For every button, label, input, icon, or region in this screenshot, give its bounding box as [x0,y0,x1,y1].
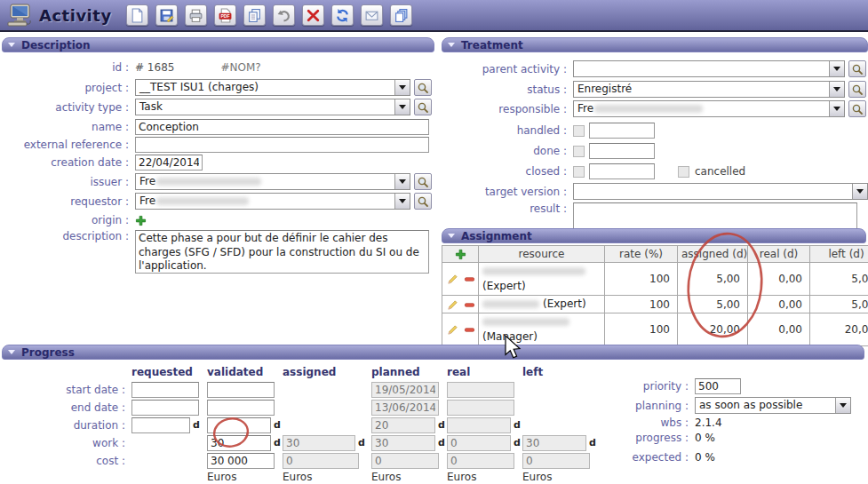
responsible-lookup-button[interactable] [848,100,866,117]
end-date-requested-input[interactable] [131,400,199,416]
responsible-select[interactable]: Fre [573,100,845,117]
edit-pencil-icon[interactable] [447,324,458,336]
work-assigned-field [283,435,355,451]
assignment-panel: Assignment resource rate (%) assigned (d… [442,228,868,346]
column-header-assigned: assigned [283,366,371,378]
status-select[interactable]: Enregistré [573,81,845,98]
chevron-down-icon[interactable] [394,80,410,95]
save-button[interactable] [155,4,178,26]
issuer-select[interactable]: Fre [135,173,410,190]
mail-button[interactable] [361,4,383,26]
assignment-panel-header[interactable]: Assignment [442,228,866,243]
duration-requested-input[interactable] [131,417,190,433]
work-validated-input[interactable] [207,435,271,451]
pdf-export-button[interactable]: PDF [214,4,236,26]
progress-summary: priority : planning : as soon as possibl… [553,378,868,466]
planning-select[interactable]: as soon as possible [695,397,851,414]
done-checkbox[interactable] [573,146,585,157]
add-assignment-button[interactable] [442,246,479,263]
external-reference-input[interactable] [135,137,429,153]
wbs-value: 2.1.4 [695,417,722,429]
chevron-down-icon[interactable] [394,99,410,115]
undo-button[interactable] [273,4,295,26]
mail-envelope-icon [364,8,379,23]
remove-minus-icon[interactable] [464,299,475,311]
chevron-down-icon[interactable] [394,174,410,189]
closed-date-input[interactable] [589,163,655,179]
creation-date-input[interactable] [135,155,203,171]
progress-panel-header[interactable]: Progress [2,345,864,360]
assignment-table: resource rate (%) assigned (d) real (d) … [442,245,868,346]
duration-real-field [447,417,511,433]
start-date-validated-input[interactable] [207,382,275,398]
result-label: result : [442,202,573,215]
add-origin-button[interactable] [135,215,147,226]
name-input[interactable] [135,119,429,135]
status-lookup-button[interactable] [848,81,866,98]
remove-minus-icon[interactable] [464,274,475,285]
target-version-select[interactable] [573,183,868,200]
collapse-icon [448,234,455,238]
priority-input[interactable] [695,378,741,394]
cancelled-label: cancelled [695,165,745,178]
edit-pencil-icon[interactable] [447,274,458,285]
remove-minus-icon[interactable] [464,324,475,336]
currency-label: Euros [283,471,371,483]
plus-icon [455,249,466,260]
activity-type-select[interactable]: Task [135,99,410,115]
parent-activity-select[interactable] [573,60,845,77]
edit-pencil-icon[interactable] [447,299,458,311]
done-date-input[interactable] [589,143,655,159]
redacted-text [156,178,261,186]
end-date-validated-input[interactable] [207,400,275,416]
refresh-button[interactable] [331,4,354,26]
chevron-down-icon[interactable] [835,398,850,413]
result-textarea[interactable] [573,202,857,231]
duration-validated-input[interactable] [207,417,271,433]
handled-checkbox[interactable] [573,125,585,137]
clone-button[interactable] [390,4,412,26]
parent-activity-lookup-button[interactable] [848,60,866,77]
save-icon [159,8,174,23]
description-panel-header[interactable]: Description [2,37,434,52]
project-lookup-button[interactable] [414,79,432,96]
column-header-real: real (d) [748,246,810,263]
redacted-text [594,105,703,113]
treatment-panel-header[interactable]: Treatment [442,37,868,52]
activity-type-lookup-button[interactable] [414,99,432,115]
chevron-down-icon[interactable] [829,101,844,116]
requestor-lookup-button[interactable] [414,193,432,210]
chevron-down-icon[interactable] [829,61,844,76]
requestor-label: requestor : [2,195,135,208]
column-header-left: left (d) [810,246,868,263]
currency-label: Euros [447,471,522,483]
print-button[interactable] [185,4,207,26]
closed-label: closed : [442,165,573,178]
column-header-validated: validated [207,366,283,378]
chevron-down-icon[interactable] [394,194,410,209]
magnifier-icon [417,176,429,188]
new-button[interactable] [126,4,148,26]
column-header-resource: resource [479,246,605,263]
progress-value: 0 % [695,432,715,444]
requestor-select[interactable]: Fre [135,193,410,210]
priority-label: priority : [553,380,695,393]
collapse-icon [448,43,455,47]
chevron-down-icon[interactable] [852,184,867,199]
copy-button[interactable] [243,4,266,26]
delete-button[interactable] [302,4,324,26]
issuer-lookup-button[interactable] [414,173,432,190]
handled-date-input[interactable] [589,123,655,139]
cost-validated-input[interactable] [207,453,275,469]
column-header-left: left [522,366,598,378]
redacted-text [482,300,539,308]
new-document-icon [130,8,145,23]
column-header-rate: rate (%) [605,246,678,263]
project-select[interactable]: __TEST ISU1 (charges) [135,79,410,96]
chevron-down-icon[interactable] [829,82,844,97]
closed-checkbox[interactable] [573,166,585,178]
cancelled-checkbox[interactable] [678,166,689,178]
work-label: work : [2,437,131,449]
description-textarea[interactable]: Cette phase a pour but de définir le cah… [135,230,429,274]
start-date-requested-input[interactable] [131,382,199,398]
